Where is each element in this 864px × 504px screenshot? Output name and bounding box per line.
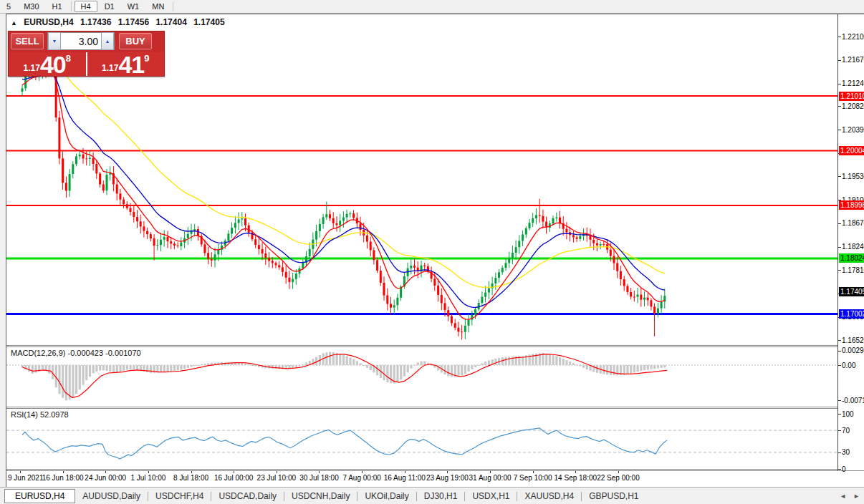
axis-tick-mark xyxy=(838,84,841,84)
axis-tick-mark xyxy=(838,351,841,352)
axis-tick-mark xyxy=(838,365,841,366)
price-tick-label: 1.21240 xyxy=(842,79,864,87)
price-tick-label: 1.17810 xyxy=(842,266,864,274)
time-axis-label: 14 Sep 18:00 xyxy=(555,474,597,482)
collapse-panel-icon[interactable]: ▲ xyxy=(11,19,17,26)
chart-tab-usdcnh[interactable]: USDCNH,Daily xyxy=(284,490,357,503)
chart-tab-usdx[interactable]: USDX,H1 xyxy=(465,490,517,503)
tab-scroll-right-icon[interactable]: ► xyxy=(853,493,860,500)
axis-tick-mark xyxy=(838,452,841,453)
pane-separator[interactable] xyxy=(6,407,864,409)
price-axis: 1.221001.216701.212401.208201.203901.199… xyxy=(837,14,864,470)
price-level-label: 1.20004 xyxy=(839,146,864,155)
one-click-trading-panel: SELL ▼ ▲ BUY 1.17 40 8 1.17 41 9 xyxy=(8,31,165,77)
macd-pane[interactable]: MACD(12,26,9) -0.000423 -0.001070 xyxy=(6,347,837,407)
time-axis-label: 30 Jul 18:00 xyxy=(299,474,339,482)
sell-price-big: 40 xyxy=(40,54,66,75)
timeframe-button-mn[interactable]: MN xyxy=(146,1,170,12)
timeframe-button-m30[interactable]: M30 xyxy=(18,1,44,12)
price-level-label: 1.17002 xyxy=(839,309,864,319)
axis-tick-mark xyxy=(838,400,841,401)
macd-scale-label: 0.00 xyxy=(842,362,855,369)
chart-window: ▲ EURUSD,H4 1.17436 1.17456 1.17404 1.17… xyxy=(6,14,864,487)
timeframe-button-5[interactable]: 5 xyxy=(1,1,16,12)
tab-scroll-left-icon[interactable]: ◄ xyxy=(840,493,846,500)
time-axis-label: 31 Aug 00:00 xyxy=(469,474,512,482)
rsi-scale-label: 70 xyxy=(842,427,850,435)
chart-tab-usdchf[interactable]: USDCHF,H4 xyxy=(148,490,211,503)
sell-button[interactable]: SELL xyxy=(11,33,44,49)
time-axis-label: 7 Sep 10:00 xyxy=(514,474,552,482)
price-tick-label: 1.19530 xyxy=(842,173,864,180)
price-level-label: 1.18998 xyxy=(839,200,864,210)
buy-price-display[interactable]: 1.17 41 9 xyxy=(87,52,165,76)
price-tick-label: 1.16520 xyxy=(842,336,864,344)
price-tick-label: 1.22100 xyxy=(842,33,864,41)
volume-increase-button[interactable]: ▲ xyxy=(101,32,114,50)
buy-price-prefix: 1.17 xyxy=(102,63,118,73)
chart-tab-ukoil[interactable]: UKOil,Daily xyxy=(357,490,416,503)
symbol-label: EURUSD,H4 xyxy=(24,17,73,27)
rsi-pane[interactable]: RSI(14) 52.0978 xyxy=(6,409,837,469)
time-axis-label: 7 Aug 00:00 xyxy=(342,474,380,482)
macd-scale-label: 0.002947 xyxy=(842,346,864,354)
buy-price-big: 41 xyxy=(118,54,144,75)
time-axis-label: 8 Jul 18:00 xyxy=(173,474,208,482)
ohlc-close: 1.17405 xyxy=(193,17,224,27)
price-tick-label: 1.18670 xyxy=(842,219,864,227)
buy-button[interactable]: BUY xyxy=(119,33,152,49)
timeframe-button-h1[interactable]: H1 xyxy=(47,1,68,12)
chart-tab-audusd[interactable]: AUDUSD,Daily xyxy=(75,490,148,503)
axis-tick-mark xyxy=(838,37,841,37)
axis-tick-mark xyxy=(838,430,841,431)
time-axis-label: 16 Aug 11:00 xyxy=(384,474,426,482)
sell-price-prefix: 1.17 xyxy=(24,63,40,73)
timeframe-button-d1[interactable]: D1 xyxy=(99,1,120,12)
time-axis-label: 9 Jun 2021 xyxy=(8,474,44,482)
time-axis-label: 16 Jul 00:00 xyxy=(214,474,254,482)
sell-price-pip: 8 xyxy=(66,53,71,64)
axis-tick-mark xyxy=(838,106,841,107)
time-axis-label: 23 Jul 10:00 xyxy=(257,474,297,482)
axis-tick-mark xyxy=(838,176,841,177)
symbol-tab-bar: EURUSD,H4AUDUSD,DailyUSDCHF,H4USDCAD,Dai… xyxy=(0,487,864,504)
buy-price-pip: 9 xyxy=(144,53,149,64)
axis-tick-mark xyxy=(838,469,841,470)
price-level-label: 1.17405 xyxy=(839,287,864,296)
chart-tab-usdcad[interactable]: USDCAD,Daily xyxy=(211,490,284,503)
macd-label: MACD(12,26,9) -0.000423 -0.001070 xyxy=(11,349,141,357)
toolbar-separator xyxy=(173,1,173,11)
price-tick-label: 1.20390 xyxy=(842,126,864,134)
axis-tick-mark xyxy=(838,60,841,61)
rsi-scale-label: 30 xyxy=(842,448,850,456)
chart-title: ▲ EURUSD,H4 1.17436 1.17456 1.17404 1.17… xyxy=(11,17,229,27)
timeframe-button-w1[interactable]: W1 xyxy=(122,1,145,12)
axis-tick-mark xyxy=(838,247,841,248)
chart-tab-dj30[interactable]: DJ30,H1 xyxy=(417,490,465,503)
price-tick-label: 1.21670 xyxy=(842,56,864,64)
volume-decrease-button[interactable]: ▼ xyxy=(48,32,61,50)
time-axis-label: 22 Sep 00:00 xyxy=(597,474,640,482)
toolbar-separator xyxy=(71,1,72,11)
price-level-label: 1.18024 xyxy=(839,253,864,263)
ohlc-low: 1.17404 xyxy=(155,17,186,27)
volume-input[interactable] xyxy=(61,33,101,49)
chart-tab-xauusd[interactable]: XAUUSD,H4 xyxy=(517,490,581,503)
price-tick-label: 1.20820 xyxy=(842,102,864,110)
time-axis: 9 Jun 202116 Jun 18:0024 Jun 00:001 Jul … xyxy=(6,470,864,486)
pane-separator xyxy=(6,469,864,471)
axis-tick-mark xyxy=(838,414,841,415)
ohlc-open: 1.17436 xyxy=(80,17,111,27)
rsi-label: RSI(14) 52.0978 xyxy=(11,410,69,419)
sell-price-display[interactable]: 1.17 40 8 xyxy=(9,52,86,76)
tab-navigation: ◄ ► xyxy=(840,493,860,500)
time-axis-label: 16 Jun 18:00 xyxy=(42,474,84,482)
chart-tab-gbpusd[interactable]: GBPUSD,H1 xyxy=(582,490,645,503)
axis-tick-mark xyxy=(838,340,841,341)
timeframe-button-h4[interactable]: H4 xyxy=(75,1,97,12)
time-axis-label: 23 Aug 19:00 xyxy=(426,474,469,482)
axis-tick-mark xyxy=(838,223,841,224)
time-axis-label: 1 Jul 10:00 xyxy=(130,474,165,482)
pane-separator[interactable] xyxy=(6,345,864,347)
chart-tab-eurusd[interactable]: EURUSD,H4 xyxy=(4,489,75,503)
